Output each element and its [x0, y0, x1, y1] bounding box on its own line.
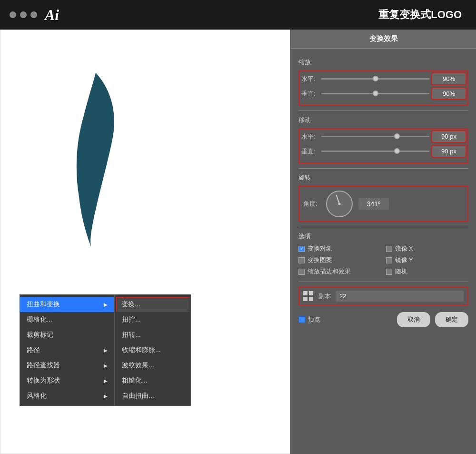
sub-menu: 变换... 扭拧... 扭转... 收缩和膨胀... 波纹效果... 粗糙化..…	[115, 294, 191, 406]
move-vertical-row: 垂直:	[301, 146, 466, 157]
angle-input[interactable]	[358, 198, 389, 210]
move-v-label: 垂直:	[301, 147, 318, 156]
context-menu: 扭曲和变换 ▶ 栅格化... 裁剪标记 路径 ▶ 路径查找器 ▶	[20, 294, 191, 406]
cancel-button[interactable]: 取消	[397, 312, 430, 327]
sub-item-bloat[interactable]: 收缩和膨胀...	[115, 343, 190, 358]
divider-3	[298, 227, 468, 227]
menu-item-convert[interactable]: 转换为形状 ▶	[20, 373, 114, 388]
menu-item-rasterize[interactable]: 栅格化...	[20, 312, 114, 327]
scale-v-slider[interactable]	[321, 93, 429, 94]
main-menu: 扭曲和变换 ▶ 栅格化... 裁剪标记 路径 ▶ 路径查找器 ▶	[20, 294, 115, 406]
scale-group: 水平: 垂直:	[298, 71, 468, 106]
cb-label-mirror-x: 镜像 X	[395, 244, 413, 253]
submenu-arrow: ▶	[104, 302, 108, 307]
scale-v-thumb[interactable]	[373, 91, 378, 96]
transform-panel: 变换效果 缩放 水平: 垂直:	[290, 30, 476, 454]
copies-label: 副本	[318, 292, 331, 301]
scale-h-label: 水平:	[301, 75, 318, 83]
confirm-button[interactable]: 确定	[435, 312, 468, 327]
cb-random[interactable]	[386, 269, 392, 275]
menu-item-distort[interactable]: 扭曲和变换 ▶	[20, 297, 114, 312]
copies-icon-cell3	[303, 297, 307, 301]
option-transform-object[interactable]: ✓ 变换对象	[298, 244, 381, 253]
cb-label-transform-object: 变换对象	[307, 244, 332, 253]
move-v-input[interactable]	[432, 146, 466, 157]
copies-icon-cell1	[303, 291, 307, 295]
move-label: 移动	[298, 116, 468, 124]
copies-icon-cell2	[309, 291, 313, 295]
move-v-slider[interactable]	[321, 151, 429, 152]
clock-dial[interactable]	[326, 191, 353, 217]
panel-title: 变换效果	[291, 30, 476, 49]
traffic-lights	[10, 11, 37, 18]
sub-item-transform[interactable]: 变换...	[116, 297, 189, 312]
stylize-arrow: ▶	[104, 393, 108, 399]
scale-h-thumb[interactable]	[373, 76, 378, 81]
leaf-shape	[67, 68, 124, 249]
convert-arrow: ▶	[104, 378, 108, 383]
option-transform-pattern[interactable]: 变换图案	[298, 256, 381, 264]
divider-2	[298, 168, 468, 169]
move-h-input[interactable]	[432, 131, 466, 142]
copies-icon	[303, 291, 314, 302]
app-logo: Ai	[45, 6, 59, 24]
scale-h-input[interactable]	[432, 73, 466, 84]
menu-item-stylize[interactable]: 风格化 ▶	[20, 388, 114, 404]
scale-h-slider[interactable]	[321, 78, 429, 80]
canvas-area: 扭曲和变换 ▶ 栅格化... 裁剪标记 路径 ▶ 路径查找器 ▶	[0, 30, 290, 454]
close-button[interactable]	[10, 11, 16, 18]
cb-mirror-x[interactable]	[386, 246, 392, 252]
options-section: 选项 ✓ 变换对象 镜像 X 变换图案	[298, 232, 468, 276]
option-mirror-y[interactable]: 镜像 Y	[386, 256, 469, 264]
sub-item-twirl[interactable]: 扭转...	[115, 327, 190, 343]
options-grid: ✓ 变换对象 镜像 X 变换图案 镜像 Y	[298, 244, 468, 276]
angle-label: 角度:	[303, 200, 320, 208]
move-group: 水平: 垂直:	[298, 128, 468, 163]
menu-item-crop[interactable]: 裁剪标记	[20, 327, 114, 343]
cb-label-random: 随机	[395, 267, 407, 276]
panel-body: 缩放 水平: 垂直: 移动	[291, 49, 476, 334]
move-h-thumb[interactable]	[394, 133, 400, 139]
sub-item-roughen[interactable]: 粗糙化...	[115, 373, 190, 388]
sub-item-free-distort[interactable]: 自由扭曲...	[115, 388, 190, 404]
cb-label-scale-stroke: 缩放描边和效果	[307, 267, 351, 276]
window-title: 重复变换式LOGO	[378, 8, 462, 22]
option-scale-stroke[interactable]: 缩放描边和效果	[298, 267, 381, 276]
check-mark: ✓	[300, 246, 304, 251]
move-h-slider[interactable]	[321, 136, 429, 137]
cb-scale-stroke[interactable]	[298, 269, 305, 275]
scale-v-input[interactable]	[432, 88, 466, 99]
sub-item-zigzag[interactable]: 波纹效果...	[115, 358, 190, 373]
clock-center	[338, 203, 341, 205]
preview-checkbox[interactable]	[298, 316, 305, 323]
scale-vertical-row: 垂直:	[301, 88, 466, 99]
copies-input[interactable]	[336, 291, 464, 302]
button-group: 取消 确定	[397, 312, 468, 327]
rotate-group: 角度:	[298, 186, 468, 222]
scale-label: 缩放	[298, 58, 468, 67]
preview-label: 预览	[308, 315, 320, 324]
options-label: 选项	[298, 232, 468, 241]
cb-label-mirror-y: 镜像 Y	[395, 256, 413, 264]
sub-item-pucker[interactable]: 扭拧...	[115, 312, 190, 327]
cb-mirror-y[interactable]	[386, 257, 392, 263]
preview-checkbox-row[interactable]: 预览	[298, 315, 320, 324]
divider-4	[298, 282, 468, 282]
main-content: 扭曲和变换 ▶ 栅格化... 裁剪标记 路径 ▶ 路径查找器 ▶	[0, 30, 476, 454]
option-mirror-x[interactable]: 镜像 X	[386, 244, 469, 253]
footer-row: 预览 取消 确定	[298, 312, 468, 327]
move-h-label: 水平:	[301, 132, 318, 141]
minimize-button[interactable]	[20, 11, 27, 18]
path-arrow: ▶	[104, 348, 108, 353]
move-v-thumb[interactable]	[394, 148, 400, 154]
cb-transform-pattern[interactable]	[298, 257, 305, 263]
move-horizontal-row: 水平:	[301, 131, 466, 142]
option-random[interactable]: 随机	[386, 267, 469, 276]
pathfinder-arrow: ▶	[104, 363, 108, 368]
maximize-button[interactable]	[30, 11, 37, 18]
scale-horizontal-row: 水平:	[301, 73, 466, 84]
menu-item-pathfinder[interactable]: 路径查找器 ▶	[20, 358, 114, 373]
menu-item-path[interactable]: 路径 ▶	[20, 343, 114, 358]
cb-transform-object[interactable]: ✓	[298, 246, 305, 252]
scale-v-label: 垂直:	[301, 90, 318, 98]
